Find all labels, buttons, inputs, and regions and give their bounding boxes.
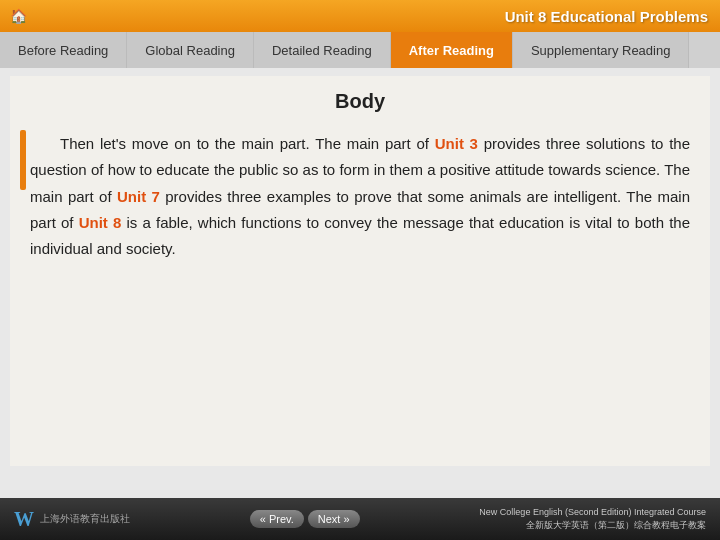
home-icon[interactable]: 🏠 [10,8,27,24]
prev-icon: « [260,513,266,525]
unit7-highlight: Unit 7 [117,188,160,205]
tab-after-reading[interactable]: After Reading [391,32,513,68]
body-text-1: Then let's move on to the main part. The… [60,135,435,152]
tab-global-reading[interactable]: Global Reading [127,32,254,68]
logo-chinese-text: 上海外语教育出版社 [40,513,130,525]
right-text-2: 全新版大学英语（第二版）综合教程电子教案 [479,519,706,532]
tab-supplementary-reading[interactable]: Supplementary Reading [513,32,689,68]
next-icon: » [343,513,349,525]
unit8-highlight: Unit 8 [79,214,122,231]
header-title: Unit 8 Educational Problems [505,8,708,25]
bottom-bar: W 上海外语教育出版社 « Prev. Next » New College E… [0,498,720,540]
next-button[interactable]: Next » [308,510,360,528]
main-content: Body Then let's move on to the main part… [10,76,710,466]
prev-label: Prev. [269,513,294,525]
logo-letter: W [14,508,34,531]
header-bar: 🏠 Unit 8 Educational Problems [0,0,720,32]
nav-tabs: Before Reading Global Reading Detailed R… [0,32,720,68]
section-title: Body [30,90,690,113]
tab-detailed-reading[interactable]: Detailed Reading [254,32,391,68]
next-label: Next [318,513,341,525]
unit3-highlight: Unit 3 [435,135,478,152]
bottom-right-info: New College English (Second Edition) Int… [479,506,706,531]
tab-before-reading[interactable]: Before Reading [0,32,127,68]
body-paragraph: Then let's move on to the main part. The… [30,131,690,262]
bottom-logo: W 上海外语教育出版社 [14,508,130,531]
nav-buttons: « Prev. Next » [250,510,360,528]
section-marker [20,130,26,190]
body-text-4: is a fable, which functions to convey th… [30,214,690,257]
prev-button[interactable]: « Prev. [250,510,304,528]
right-text-1: New College English (Second Edition) Int… [479,506,706,519]
